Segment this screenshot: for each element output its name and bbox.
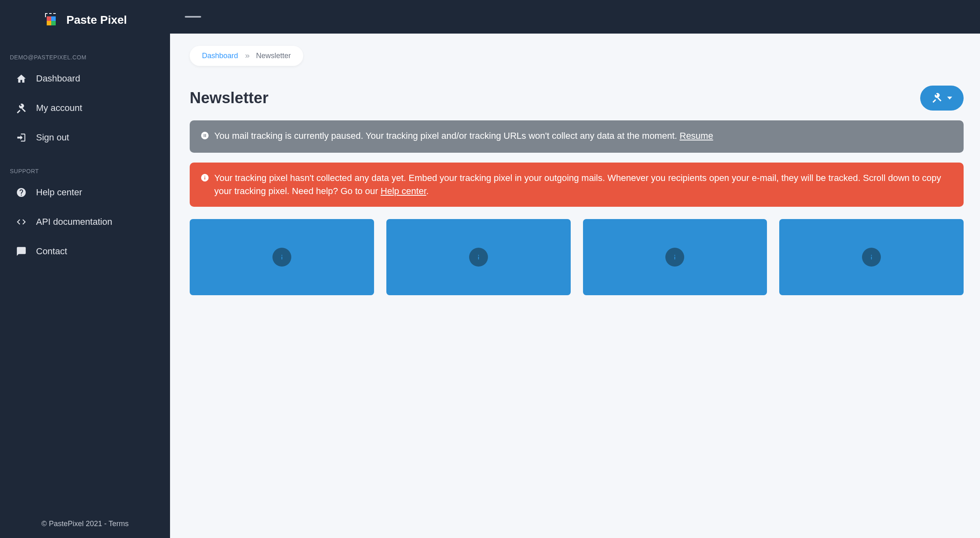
info-icon (862, 248, 881, 267)
alert-text: Your tracking pixel hasn't collected any… (214, 173, 941, 196)
resume-link[interactable]: Resume (680, 131, 713, 141)
brand[interactable]: Paste Pixel (0, 0, 170, 38)
sidebar-footer: © PastePixel 2021 - Terms (0, 510, 170, 538)
chevron-double-right-icon (244, 53, 250, 59)
breadcrumb-current: Newsletter (256, 52, 291, 60)
stat-card[interactable] (779, 219, 964, 295)
alert-text: You mail tracking is currently paused. Y… (214, 131, 680, 141)
sidebar-item-sign-out[interactable]: Sign out (0, 123, 170, 152)
signout-icon (16, 132, 27, 143)
pause-icon (200, 131, 209, 144)
caret-down-icon (947, 97, 952, 99)
stat-card[interactable] (386, 219, 571, 295)
copyright-text: © PastePixel 2021 - (41, 520, 109, 528)
terms-link[interactable]: Terms (109, 520, 129, 528)
menu-toggle-icon[interactable] (185, 11, 201, 22)
sidebar-item-my-account[interactable]: My account (0, 93, 170, 123)
topbar (170, 0, 980, 34)
page-title: Newsletter (190, 89, 268, 107)
sidebar-item-label: My account (36, 103, 82, 113)
sidebar-item-label: Sign out (36, 132, 69, 143)
alert-tracking-paused: You mail tracking is currently paused. Y… (190, 120, 964, 153)
support-section-label: SUPPORT (0, 152, 170, 178)
info-icon (665, 248, 684, 267)
breadcrumb: Dashboard Newsletter (190, 46, 303, 66)
user-email-label: DEMO@PASTEPIXEL.COM (0, 38, 170, 64)
stat-card[interactable] (190, 219, 374, 295)
sidebar-item-help-center[interactable]: Help center (0, 178, 170, 207)
sidebar-item-label: API documentation (36, 217, 112, 227)
sidebar: Paste Pixel DEMO@PASTEPIXEL.COM Dashboar… (0, 0, 170, 538)
sidebar-item-label: Help center (36, 187, 82, 198)
logo-icon (45, 13, 59, 27)
stat-card[interactable] (583, 219, 767, 295)
code-icon (16, 216, 27, 228)
tools-icon (16, 102, 27, 114)
breadcrumb-root[interactable]: Dashboard (202, 52, 238, 60)
question-icon (16, 187, 27, 198)
sidebar-item-api-documentation[interactable]: API documentation (0, 207, 170, 237)
alert-body: Your tracking pixel hasn't collected any… (214, 172, 953, 198)
stat-cards (190, 219, 964, 295)
wrench-icon (932, 92, 942, 104)
info-icon (200, 173, 209, 198)
help-center-link[interactable]: Help center (381, 186, 426, 196)
home-icon (16, 73, 27, 84)
alert-no-data: Your tracking pixel hasn't collected any… (190, 163, 964, 207)
alert-suffix: . (426, 186, 429, 196)
brand-name: Paste Pixel (66, 14, 127, 27)
main: Dashboard Newsletter Newsletter (170, 0, 980, 538)
tools-dropdown-button[interactable] (920, 86, 964, 111)
info-icon (469, 248, 488, 267)
sidebar-item-dashboard[interactable]: Dashboard (0, 64, 170, 93)
sidebar-item-label: Contact (36, 246, 67, 257)
sidebar-item-label: Dashboard (36, 73, 80, 84)
sidebar-item-contact[interactable]: Contact (0, 237, 170, 266)
chat-icon (16, 246, 27, 257)
info-icon (272, 248, 291, 267)
alert-body: You mail tracking is currently paused. Y… (214, 129, 713, 144)
